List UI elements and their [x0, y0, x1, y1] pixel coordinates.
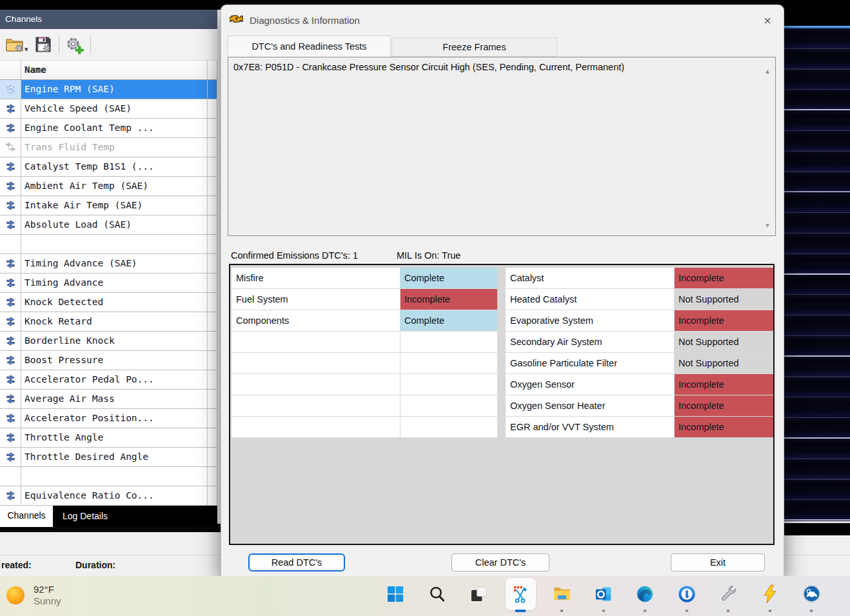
channel-row[interactable]: Absolute Load (SAE): [0, 215, 217, 235]
channel-row[interactable]: Knock Detected: [0, 293, 217, 312]
clear-dtcs-button[interactable]: Clear DTC's: [451, 553, 549, 571]
sync-arrows-icon: [0, 99, 21, 119]
channel-extra-cell: [208, 390, 217, 409]
channel-row[interactable]: Throttle Desired Angle: [0, 448, 217, 467]
channel-row[interactable]: Borderline Knock: [0, 332, 217, 351]
readiness-test-status: Incomplete: [675, 374, 773, 395]
running-app-indicator: [644, 610, 647, 612]
channel-row[interactable]: Throttle Angle: [0, 428, 217, 448]
channel-row[interactable]: Catalyst Temp B1S1 (...: [0, 157, 217, 177]
readiness-test-name: Catalyst: [506, 268, 675, 289]
tab-dtcs-readiness[interactable]: DTC's and Readiness Tests: [228, 35, 391, 57]
readiness-row: Oxygen SensorIncomplete: [506, 374, 773, 395]
empty-icon-cell: [0, 467, 21, 486]
mil-status-label: MIL Is On: True: [397, 250, 460, 261]
readiness-test-status: Complete: [400, 310, 497, 332]
active-app-indicator: [515, 610, 526, 612]
channel-row[interactable]: Knock Retard: [0, 312, 217, 332]
channel-row[interactable]: Equivalence Ratio Co...: [0, 486, 217, 506]
channel-row[interactable]: Engine Coolant Temp ...: [0, 119, 217, 138]
channels-panel-title: Channels: [0, 10, 217, 29]
file-explorer-icon: [553, 586, 571, 604]
name-column-header[interactable]: Name: [21, 61, 208, 79]
readiness-test-status: [400, 395, 497, 417]
wrench-tool-icon[interactable]: [707, 576, 749, 613]
channel-name: [21, 467, 208, 486]
sync-arrows-icon: [0, 273, 21, 293]
readiness-row: [232, 395, 497, 417]
scroll-down-icon[interactable]: ▼: [764, 222, 771, 229]
channel-name: Knock Detected: [21, 293, 208, 312]
open-log-config-icon[interactable]: [3, 32, 27, 57]
readiness-row: Oxygen Sensor HeaterIncomplete: [506, 395, 773, 417]
channel-row[interactable]: Engine RPM (SAE): [0, 80, 217, 99]
exit-button[interactable]: Exit: [671, 553, 765, 571]
extra-column-header: [208, 61, 217, 79]
toolbar-divider: [90, 35, 91, 54]
channel-extra-cell: [208, 215, 217, 235]
tab-channels[interactable]: Channels: [0, 506, 53, 527]
readiness-test-name: [232, 417, 400, 438]
lightning-tool-icon[interactable]: [749, 576, 791, 613]
created-label: reated:: [1, 560, 32, 570]
channel-name: Timing Advance (SAE): [21, 254, 208, 273]
channel-row[interactable]: Intake Air Temp (SAE): [0, 196, 217, 215]
sync-arrows-icon: [0, 119, 21, 138]
readiness-test-name: [232, 332, 400, 353]
channel-row[interactable]: Timing Advance: [0, 273, 217, 293]
running-app-indicator: [727, 610, 730, 612]
dtc-entry: 0x7E8: P051D - Crankcase Pressure Sensor…: [233, 62, 758, 72]
weather-widget[interactable]: 92°F Sunny: [6, 579, 61, 612]
sync-arrows-icon: [0, 177, 21, 196]
channel-extra-cell: [208, 80, 217, 99]
dtc-list-box[interactable]: 0x7E8: P051D - Crankcase Pressure Sensor…: [228, 57, 776, 236]
tab-log-details[interactable]: Log Details: [63, 506, 108, 527]
channel-row[interactable]: [0, 235, 217, 254]
channel-extra-cell: [208, 428, 217, 448]
file-explorer-icon[interactable]: [541, 576, 583, 613]
readiness-row: ComponentsComplete: [232, 310, 497, 332]
channel-extra-cell: [208, 332, 217, 351]
readiness-test-status: Incomplete: [400, 289, 497, 310]
channel-row[interactable]: Vehicle Speed (SAE): [0, 99, 217, 119]
channel-name: Catalyst Temp B1S1 (...: [21, 157, 208, 177]
sync-arrows-icon: [0, 80, 21, 99]
search-icon[interactable]: [417, 576, 459, 613]
readiness-test-name: [232, 353, 400, 374]
channel-row[interactable]: [0, 467, 217, 486]
dialog-titlebar[interactable]: Diagnostics & Information: [221, 5, 784, 35]
read-dtcs-button[interactable]: Read DTC's: [248, 553, 345, 571]
car-diagnostics-icon[interactable]: [791, 576, 833, 613]
add-channel-icon[interactable]: [63, 32, 87, 57]
task-view-icon[interactable]: [458, 576, 500, 613]
dialog-title: Diagnostics & Information: [250, 15, 360, 26]
windows-start-icon[interactable]: [375, 576, 417, 613]
tab-freeze-frames[interactable]: Freeze Frames: [391, 37, 557, 57]
channel-row[interactable]: Average Air Mass: [0, 390, 217, 409]
channel-row[interactable]: Ambient Air Temp (SAE): [0, 177, 217, 196]
chevron-down-icon[interactable]: ▾: [25, 45, 28, 54]
sync-arrows-icon: [0, 448, 21, 467]
channel-extra-cell: [208, 409, 217, 428]
save-log-config-icon[interactable]: [31, 32, 55, 57]
snipping-tool-icon[interactable]: [500, 576, 542, 613]
car-diagnostics-icon: [802, 584, 821, 605]
channel-row[interactable]: Accelerator Pedal Po...: [0, 370, 217, 390]
edge-icon[interactable]: [624, 576, 666, 613]
channel-row[interactable]: Accelerator Position...: [0, 409, 217, 428]
sync-arrows-icon: [0, 215, 21, 235]
readiness-test-name: Fuel System: [232, 289, 400, 310]
channel-row[interactable]: Trans Fluid Temp: [0, 138, 217, 157]
sync-arrows-icon: [0, 332, 21, 351]
channel-name: Timing Advance: [21, 273, 208, 293]
onepassword-icon[interactable]: [666, 576, 708, 613]
channel-row[interactable]: Timing Advance (SAE): [0, 254, 217, 273]
outlook-icon[interactable]: [583, 576, 625, 613]
readiness-tests-panel: MisfireCompleteFuel SystemIncompleteComp…: [229, 264, 775, 545]
close-icon[interactable]: ×: [758, 12, 777, 30]
channel-row[interactable]: Boost Pressure: [0, 351, 217, 370]
scroll-up-icon[interactable]: ▲: [764, 68, 771, 75]
sync-arrows-icon: [0, 390, 21, 409]
readiness-test-status: Incomplete: [675, 310, 773, 332]
channel-extra-cell: [208, 196, 217, 215]
